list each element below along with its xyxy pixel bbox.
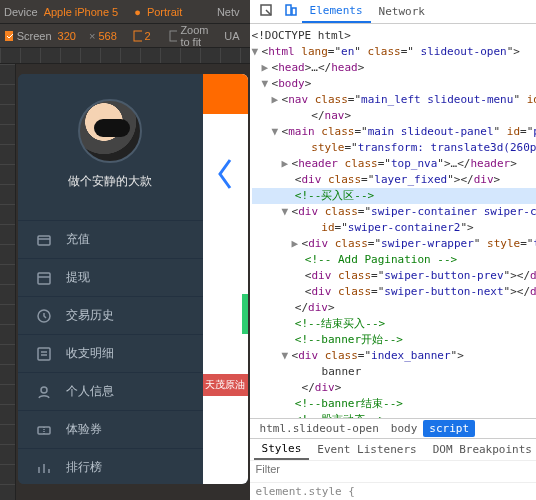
tab-event-listeners[interactable]: Event Listeners bbox=[309, 440, 424, 459]
dpr-icon[interactable] bbox=[133, 30, 142, 42]
checkbox-icon[interactable] bbox=[4, 30, 13, 42]
calendar-icon bbox=[36, 270, 52, 286]
tab-styles[interactable]: Styles bbox=[254, 439, 310, 460]
devtools-toolbar: Elements Network ⊘ 2 ≫ ⚙ ◧ ✕ bbox=[250, 0, 536, 24]
svg-rect-2 bbox=[170, 31, 178, 41]
screen-label: Screen bbox=[17, 30, 52, 42]
swiper-prev-button[interactable] bbox=[203, 114, 248, 234]
svg-rect-11 bbox=[286, 5, 291, 15]
menu-label: 体验券 bbox=[66, 421, 102, 438]
menu-item-details[interactable]: 收支明细 bbox=[18, 334, 203, 372]
main-panel-sliver: 天茂原油 bbox=[203, 74, 248, 484]
dom-tree[interactable]: <!DOCTYPE html> ▼<html lang="en" class="… bbox=[250, 24, 536, 418]
orientation-select[interactable]: Portrait bbox=[147, 6, 182, 18]
svg-rect-4 bbox=[38, 273, 50, 284]
network-label: Netv bbox=[217, 6, 240, 18]
device-toolbar-row-2: Screen 320 × 568 2 Zoom to fit UA bbox=[0, 24, 250, 48]
device-preview-panel: Device Apple iPhone 5 ● Portrait Netv Sc… bbox=[0, 0, 250, 500]
user-icon bbox=[36, 384, 52, 400]
svg-rect-3 bbox=[38, 236, 50, 245]
panel-green-strip bbox=[242, 294, 248, 334]
crumb-html[interactable]: html.slideout-open bbox=[254, 420, 385, 437]
ua-label: UA bbox=[224, 30, 239, 42]
svg-rect-8 bbox=[38, 427, 50, 434]
styles-tabs: Styles Event Listeners DOM Breakpoints P… bbox=[250, 438, 536, 460]
menu-label: 个人信息 bbox=[66, 383, 114, 400]
menu-label: 排行榜 bbox=[66, 459, 102, 476]
menu-item-coupon[interactable]: 体验券 bbox=[18, 410, 203, 448]
svg-point-7 bbox=[41, 387, 47, 393]
screen-height[interactable]: 568 bbox=[98, 30, 116, 42]
ruler-horizontal bbox=[0, 48, 250, 64]
chart-icon bbox=[36, 460, 52, 476]
device-mode-icon[interactable] bbox=[278, 1, 302, 22]
crumb-body[interactable]: body bbox=[385, 420, 424, 437]
tab-elements[interactable]: Elements bbox=[302, 0, 371, 23]
svg-rect-6 bbox=[38, 348, 50, 360]
svg-rect-1 bbox=[134, 31, 142, 41]
device-select[interactable]: Apple iPhone 5 bbox=[44, 6, 119, 18]
fit-checkbox-icon[interactable] bbox=[169, 30, 178, 42]
menu-label: 提现 bbox=[66, 269, 90, 286]
inspect-icon[interactable] bbox=[254, 1, 278, 22]
clock-icon bbox=[36, 308, 52, 324]
menu-item-recharge[interactable]: 充值 bbox=[18, 220, 203, 258]
username: 做个安静的大款 bbox=[18, 173, 203, 190]
menu-label: 充值 bbox=[66, 231, 90, 248]
fit-label: Zoom to fit bbox=[180, 24, 218, 48]
ruler-vertical bbox=[0, 64, 16, 500]
screen-width[interactable]: 320 bbox=[58, 30, 76, 42]
device-toolbar-row-1: Device Apple iPhone 5 ● Portrait Netv bbox=[0, 0, 250, 24]
element-style: element.style { bbox=[250, 482, 536, 500]
crumb-script[interactable]: script bbox=[423, 420, 475, 437]
filter-row bbox=[250, 460, 536, 482]
ticket-icon bbox=[36, 422, 52, 438]
device-label: Device bbox=[4, 6, 38, 18]
panel-header bbox=[203, 74, 248, 114]
breadcrumb: html.slideout-open body script bbox=[250, 418, 536, 438]
wallet-icon bbox=[36, 232, 52, 248]
menu-label: 收支明细 bbox=[66, 345, 114, 362]
panel-red-label[interactable]: 天茂原油 bbox=[203, 374, 248, 396]
svg-rect-12 bbox=[292, 8, 296, 15]
app-side-menu: 做个安静的大款 充值 提现 交易历史 bbox=[18, 74, 203, 484]
list-icon bbox=[36, 346, 52, 362]
tab-network[interactable]: Network bbox=[371, 1, 433, 22]
menu-item-history[interactable]: 交易历史 bbox=[18, 296, 203, 334]
menu-item-ranking[interactable]: 排行榜 bbox=[18, 448, 203, 484]
menu-item-withdraw[interactable]: 提现 bbox=[18, 258, 203, 296]
avatar[interactable] bbox=[78, 99, 142, 163]
devtools-panel: Elements Network ⊘ 2 ≫ ⚙ ◧ ✕ <!DOCTYPE h… bbox=[250, 0, 536, 500]
menu-label: 交易历史 bbox=[66, 307, 114, 324]
menu-item-profile[interactable]: 个人信息 bbox=[18, 372, 203, 410]
orientation-dot-icon: ● bbox=[134, 6, 141, 18]
filter-input[interactable] bbox=[256, 463, 536, 475]
device-screen: 做个安静的大款 充值 提现 交易历史 bbox=[18, 74, 248, 484]
tab-dom-breakpoints[interactable]: DOM Breakpoints bbox=[425, 440, 536, 459]
dpr-value[interactable]: 2 bbox=[145, 30, 151, 42]
